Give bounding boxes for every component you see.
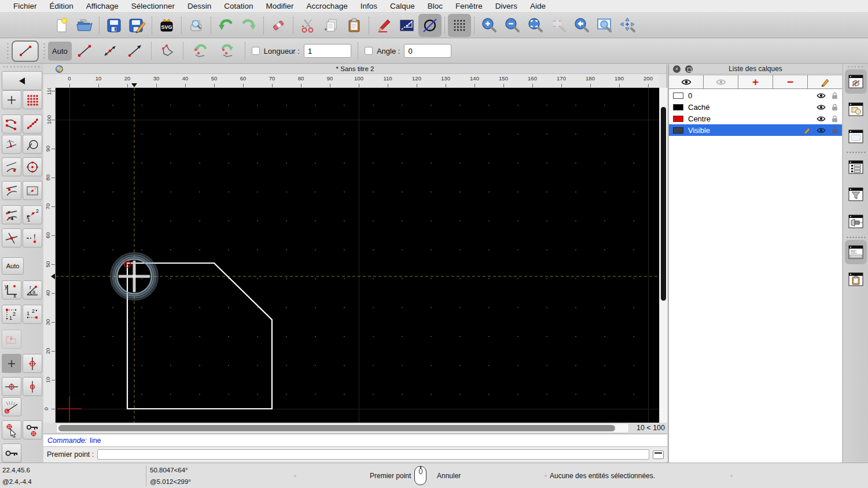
paste-button[interactable] [343,14,366,37]
layer-lock-icon[interactable] [832,115,838,123]
layer-visibility-icon[interactable] [816,127,826,134]
toolbar-handle[interactable] [6,42,10,60]
menu-fichier[interactable]: Fichier [7,2,43,10]
snap-grid-button[interactable] [23,90,42,109]
menu-calque[interactable]: Calque [384,2,421,10]
snap-distance-manual-button[interactable]: 12 [23,205,42,224]
set-relative-zero-button[interactable] [2,420,21,439]
snap-intersection-manual-button[interactable]: ! [23,228,42,247]
current-tool-line-button[interactable] [12,40,39,62]
ref-point-21-button[interactable]: 12 [23,305,42,324]
snap-entity-button[interactable] [23,135,42,154]
menu-accrochage[interactable]: Accrochage [300,2,354,10]
toggle-property-editor-button[interactable] [845,155,867,179]
vertical-scrollbar-thumb[interactable] [661,107,666,301]
menu-bloc[interactable]: Bloc [421,2,449,10]
close-polyline-button[interactable] [155,42,180,61]
snap-center-button[interactable] [23,157,42,176]
snap-endpoint-button[interactable] [2,114,21,134]
restrict-nothing-button[interactable] [2,330,21,349]
grid-toggle-button[interactable] [448,14,471,37]
layer-row-visible[interactable]: Visible [669,124,842,136]
coords-polar-button[interactable]: ra [23,280,42,300]
layer-color-swatch[interactable] [673,104,683,110]
zoom-auto-button[interactable] [524,14,547,37]
drawing-canvas[interactable] [56,88,659,423]
layer-color-swatch[interactable] [673,93,683,99]
ref-point-12-button[interactable]: 12 [2,305,21,324]
toggle-selection-filter-button[interactable] [845,182,867,206]
zoom-selected-button[interactable] [547,14,570,37]
edit-layer-button[interactable] [808,75,842,88]
toolbar-handle[interactable] [847,65,864,68]
snap-perpendicular-button[interactable] [2,135,21,154]
print-preview-button[interactable] [185,14,208,37]
layer-lock-icon[interactable] [832,103,838,111]
angle-input[interactable] [404,44,451,58]
menu-modifier[interactable]: Modifier [259,2,300,10]
export-svg-button[interactable]: SVG [155,14,178,37]
zoom-pan-button[interactable] [616,14,639,37]
open-file-button[interactable] [73,14,96,37]
layer-lock-icon[interactable] [832,92,838,99]
line-option-auto-button[interactable]: Auto [48,42,72,61]
back-button[interactable] [2,71,42,90]
menu-fenetre[interactable]: Fenêtre [449,2,489,10]
redo-segment-button[interactable] [214,42,242,61]
toggle-library-browser-button[interactable] [845,124,867,149]
snap-auto-button[interactable]: Auto [2,257,24,275]
menu-edition[interactable]: Édition [43,2,80,10]
layer-row-0[interactable]: 0 [669,90,842,101]
restrict-orthogonal-button[interactable] [23,377,42,396]
lock-relative-zero-button[interactable] [23,420,42,439]
line-horizontal-button[interactable] [123,42,148,61]
toolbar-handle[interactable] [43,42,46,60]
layer-edit-icon[interactable] [803,127,811,134]
restrict-horizontal-button[interactable] [2,377,21,396]
toggle-clipboard-button[interactable] [845,267,867,291]
snap-free-button[interactable] [2,90,21,109]
restrict-vertical-button[interactable] [23,354,42,373]
coords-cartesian-button[interactable]: yx [2,280,21,300]
toggle-pen-palette-button[interactable] [845,209,867,234]
toggle-command-widget-button[interactable] [845,240,867,264]
menu-selectionner[interactable]: Sélectionner [125,2,181,10]
new-document-button[interactable] [50,14,73,37]
horizontal-scrollbar-thumb[interactable] [58,425,615,431]
add-layer-button[interactable]: + [738,75,773,88]
toggle-layer-list-button[interactable] [845,69,867,94]
save-button[interactable] [102,14,126,37]
layer-visibility-icon[interactable] [816,104,826,110]
angle-checkbox[interactable] [365,47,373,55]
layer-lock-icon[interactable] [832,127,838,134]
copy-button[interactable]: + [319,14,343,37]
restrict-box-button[interactable] [23,181,42,200]
layer-color-swatch[interactable] [673,127,683,134]
menu-aide[interactable]: Aide [524,2,552,10]
zoom-in-button[interactable] [477,14,501,37]
layer-row-cache[interactable]: Caché [669,101,842,113]
lineweight-preview-button[interactable] [395,14,418,37]
horizontal-scrollbar[interactable] [56,423,629,433]
line-angle-button[interactable] [97,42,123,61]
show-all-layers-button[interactable] [669,75,704,88]
length-checkbox[interactable] [252,47,260,55]
snap-on-entity-button[interactable] [23,114,42,134]
zoom-window-button[interactable] [593,14,616,37]
draft-mode-button[interactable] [418,14,442,37]
delete-eraser-button[interactable] [267,14,290,37]
snap-distance-button[interactable] [2,205,21,224]
command-options-button[interactable] [653,450,664,459]
layer-row-centre[interactable]: Centre [669,113,842,124]
save-as-button[interactable] [126,14,149,37]
toggle-block-list-button[interactable] [845,97,867,121]
key-button[interactable] [2,443,21,463]
command-input[interactable] [97,449,649,460]
toolbar-handle[interactable] [2,65,39,68]
zoom-out-button[interactable] [501,14,524,37]
restrict-free-button[interactable] [2,354,21,373]
layer-color-swatch[interactable] [673,116,683,122]
remove-layer-button[interactable]: − [773,75,808,88]
document-titlebar[interactable]: * Sans titre 2 [43,64,667,74]
menu-dessin[interactable]: Dessin [181,2,218,10]
